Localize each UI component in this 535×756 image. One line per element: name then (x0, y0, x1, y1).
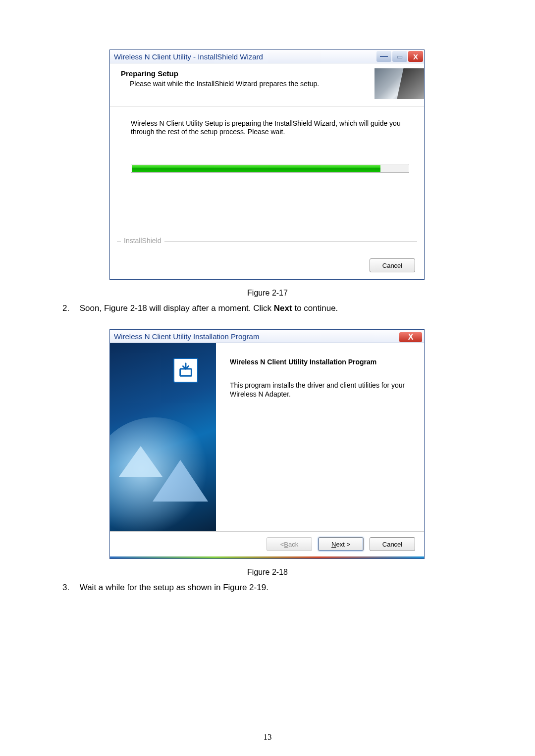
figure-2-17-caption: Figure 2-17 (59, 289, 476, 298)
dialog2-banner-image (110, 343, 216, 531)
dialog1-subheading: Please wait while the InstallShield Wiza… (121, 80, 319, 88)
dialog1-title: Wireless N Client Utility - InstallShiel… (114, 52, 263, 61)
back-button[interactable]: < Back (267, 537, 312, 551)
dialog2-content: Wireless N Client Utility Installation P… (216, 343, 424, 531)
box-arrow-icon (177, 362, 194, 379)
installshield-brand: InstallShield (121, 237, 164, 245)
step-3-text: 3. Wait a while for the setup as shown i… (62, 582, 476, 594)
brand-divider: InstallShield (117, 241, 417, 256)
minimize-button[interactable]: — (376, 51, 391, 62)
dialog1-description: Wireless N Client Utility Setup is prepa… (131, 119, 409, 136)
dialog1-button-row: Cancel (110, 256, 424, 279)
dialog2-heading: Wireless N Client Utility Installation P… (230, 358, 411, 366)
dialog1-body: Wireless N Client Utility Setup is prepa… (110, 106, 424, 241)
page-number: 13 (0, 732, 535, 742)
installer-icon (173, 358, 198, 383)
document-page: Wireless N Client Utility - InstallShiel… (0, 0, 535, 756)
dialog1-header-text: Preparing Setup Please wait while the In… (121, 68, 319, 88)
step2-prefix: Soon, Figure 2-18 will display after a m… (80, 303, 274, 313)
dialog1-heading: Preparing Setup (121, 69, 319, 78)
cancel-button[interactable]: Cancel (370, 537, 415, 551)
window-buttons: — ▭ X (376, 50, 424, 63)
close-button[interactable]: X (399, 332, 422, 342)
progress-bar (131, 164, 409, 173)
maximize-button[interactable]: ▭ (392, 51, 407, 62)
step2-bold: Next (274, 303, 292, 313)
dialog2-description: This program installs the driver and cli… (230, 381, 411, 399)
dialog1-header-band: Preparing Setup Please wait while the In… (110, 63, 424, 106)
dialog2-title: Wireless N Client Utility Installation P… (114, 332, 259, 341)
progress-remaining (380, 165, 408, 172)
figure-2-18-wrap: Wireless N Client Utility Installation P… (109, 329, 426, 559)
dialog2-bottom-strip (110, 556, 424, 558)
list-number-2: 2. (62, 302, 77, 314)
step2-suffix: to continue. (292, 303, 338, 313)
step-2-text: 2. Soon, Figure 2-18 will display after … (62, 302, 476, 314)
dialog2-body: Wireless N Client Utility Installation P… (110, 343, 424, 531)
close-button[interactable]: X (408, 51, 423, 62)
installer-banner-image (374, 68, 424, 99)
figure-2-17-wrap: Wireless N Client Utility - InstallShiel… (109, 50, 426, 280)
list-number-3: 3. (62, 582, 77, 594)
step3-content: Wait a while for the setup as shown in F… (80, 583, 268, 592)
progress-fill (132, 165, 380, 172)
utility-installation-dialog: Wireless N Client Utility Installation P… (109, 329, 425, 559)
dialog2-titlebar: Wireless N Client Utility Installation P… (110, 330, 424, 343)
figure-2-18-caption: Figure 2-18 (59, 568, 476, 577)
cancel-button[interactable]: Cancel (370, 258, 415, 272)
dialog2-button-row: < Back Next > Cancel (110, 531, 424, 556)
next-button[interactable]: Next > (318, 537, 364, 551)
installshield-preparing-dialog: Wireless N Client Utility - InstallShiel… (109, 50, 425, 280)
svg-rect-0 (180, 369, 192, 376)
dialog1-titlebar: Wireless N Client Utility - InstallShiel… (110, 50, 424, 63)
